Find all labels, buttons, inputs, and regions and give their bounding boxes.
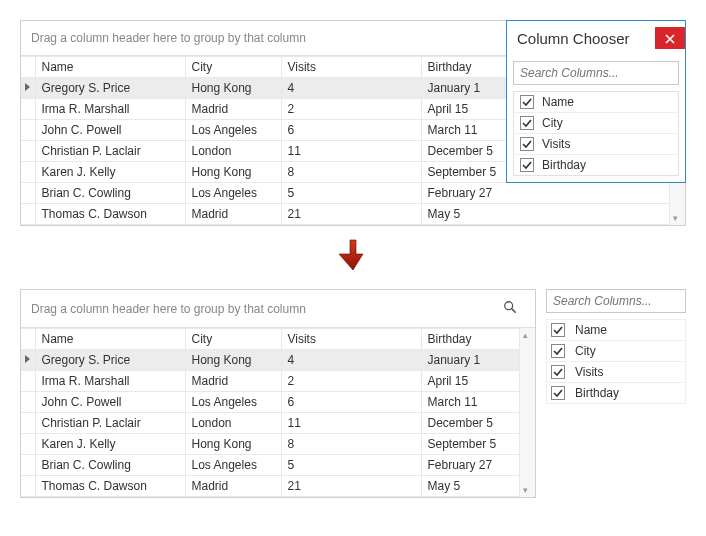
column-header-city[interactable]: City xyxy=(185,329,281,350)
cell-city[interactable]: Hong Kong xyxy=(185,162,281,183)
cell-visits[interactable]: 2 xyxy=(281,99,421,120)
cell-city[interactable]: Hong Kong xyxy=(185,78,281,99)
cell-visits[interactable]: 2 xyxy=(281,371,421,392)
svg-line-1 xyxy=(512,309,515,312)
cell-name[interactable]: Christian P. Laclair xyxy=(35,141,185,162)
cell-city[interactable]: Madrid xyxy=(185,476,281,497)
row-indicator xyxy=(21,350,35,371)
checkbox[interactable] xyxy=(551,344,565,358)
checkbox[interactable] xyxy=(551,365,565,379)
checkbox[interactable] xyxy=(520,95,534,109)
cell-city[interactable]: Madrid xyxy=(185,371,281,392)
column-chooser-item[interactable]: Name xyxy=(546,319,686,341)
checkbox[interactable] xyxy=(551,323,565,337)
scroll-down-icon[interactable]: ▾ xyxy=(523,485,528,495)
cell-visits[interactable]: 11 xyxy=(281,413,421,434)
column-chooser-item[interactable]: Birthday xyxy=(514,155,678,175)
cell-name[interactable]: Irma R. Marshall xyxy=(35,99,185,120)
transition-arrow-icon xyxy=(20,238,686,275)
cell-city[interactable]: Hong Kong xyxy=(185,434,281,455)
table-row[interactable]: Brian C. CowlingLos Angeles5February 27 xyxy=(21,455,519,476)
cell-name[interactable]: Christian P. Laclair xyxy=(35,413,185,434)
column-header-birthday[interactable]: Birthday xyxy=(421,329,519,350)
vertical-scrollbar[interactable]: ▴ ▾ xyxy=(519,328,535,497)
column-chooser-item-label: Birthday xyxy=(575,386,619,400)
cell-birthday[interactable]: December 5 xyxy=(421,413,519,434)
cell-birthday[interactable]: March 11 xyxy=(421,392,519,413)
cell-city[interactable]: Madrid xyxy=(185,204,281,225)
column-chooser-item[interactable]: Visits xyxy=(546,361,686,383)
cell-name[interactable]: Gregory S. Price xyxy=(35,78,185,99)
cell-birthday[interactable]: February 27 xyxy=(421,183,669,204)
cell-visits[interactable]: 4 xyxy=(281,78,421,99)
table-row[interactable]: Christian P. LaclairLondon11December 5 xyxy=(21,413,519,434)
column-header-name[interactable]: Name xyxy=(35,57,185,78)
column-chooser-item-label: Name xyxy=(542,95,574,109)
cell-visits[interactable]: 21 xyxy=(281,204,421,225)
column-header-city[interactable]: City xyxy=(185,57,281,78)
checkbox[interactable] xyxy=(520,137,534,151)
checkbox[interactable] xyxy=(520,158,534,172)
cell-name[interactable]: Karen J. Kelly xyxy=(35,434,185,455)
column-chooser-item[interactable]: City xyxy=(546,340,686,362)
column-header-visits[interactable]: Visits xyxy=(281,329,421,350)
cell-name[interactable]: Brian C. Cowling xyxy=(35,455,185,476)
close-button[interactable] xyxy=(655,27,685,49)
cell-city[interactable]: Los Angeles xyxy=(185,392,281,413)
cell-city[interactable]: Hong Kong xyxy=(185,350,281,371)
cell-visits[interactable]: 5 xyxy=(281,455,421,476)
cell-visits[interactable]: 6 xyxy=(281,392,421,413)
cell-name[interactable]: Karen J. Kelly xyxy=(35,162,185,183)
group-panel[interactable]: Drag a column header here to group by th… xyxy=(21,290,535,328)
cell-birthday[interactable]: January 1 xyxy=(421,350,519,371)
cell-name[interactable]: Irma R. Marshall xyxy=(35,371,185,392)
cell-birthday[interactable]: February 27 xyxy=(421,455,519,476)
table-row[interactable]: John C. PowellLos Angeles6March 11 xyxy=(21,392,519,413)
row-indicator xyxy=(21,455,35,476)
cell-city[interactable]: London xyxy=(185,141,281,162)
cell-visits[interactable]: 6 xyxy=(281,120,421,141)
cell-birthday[interactable]: April 15 xyxy=(421,371,519,392)
cell-name[interactable]: John C. Powell xyxy=(35,392,185,413)
cell-name[interactable]: Brian C. Cowling xyxy=(35,183,185,204)
column-header-visits[interactable]: Visits xyxy=(281,57,421,78)
column-chooser-item[interactable]: City xyxy=(514,113,678,134)
cell-name[interactable]: Thomas C. Dawson xyxy=(35,476,185,497)
search-icon[interactable] xyxy=(503,300,525,317)
checkbox[interactable] xyxy=(551,386,565,400)
cell-visits[interactable]: 21 xyxy=(281,476,421,497)
checkbox[interactable] xyxy=(520,116,534,130)
scroll-up-icon[interactable]: ▴ xyxy=(523,330,528,340)
table-row[interactable]: Brian C. CowlingLos Angeles5February 27 xyxy=(21,183,669,204)
cell-city[interactable]: London xyxy=(185,413,281,434)
cell-visits[interactable]: 5 xyxy=(281,183,421,204)
table-row[interactable]: Karen J. KellyHong Kong8September 5 xyxy=(21,434,519,455)
table-row[interactable]: Thomas C. DawsonMadrid21May 5 xyxy=(21,476,519,497)
cell-city[interactable]: Los Angeles xyxy=(185,455,281,476)
cell-name[interactable]: Gregory S. Price xyxy=(35,350,185,371)
column-chooser-item[interactable]: Visits xyxy=(514,134,678,155)
cell-visits[interactable]: 4 xyxy=(281,350,421,371)
scroll-down-icon[interactable]: ▾ xyxy=(673,213,678,223)
cell-birthday[interactable]: May 5 xyxy=(421,204,669,225)
cell-visits[interactable]: 11 xyxy=(281,141,421,162)
column-header-name[interactable]: Name xyxy=(35,329,185,350)
cell-city[interactable]: Los Angeles xyxy=(185,120,281,141)
cell-city[interactable]: Madrid xyxy=(185,99,281,120)
column-chooser-item[interactable]: Name xyxy=(514,92,678,113)
cell-birthday[interactable]: May 5 xyxy=(421,476,519,497)
cell-visits[interactable]: 8 xyxy=(281,434,421,455)
data-grid-top: Drag a column header here to group by th… xyxy=(20,20,686,226)
table-row[interactable]: Thomas C. DawsonMadrid21May 5 xyxy=(21,204,669,225)
cell-name[interactable]: John C. Powell xyxy=(35,120,185,141)
table-row[interactable]: Gregory S. PriceHong Kong4January 1 xyxy=(21,350,519,371)
column-chooser-search-input[interactable] xyxy=(513,61,679,85)
column-chooser-item[interactable]: Birthday xyxy=(546,382,686,404)
column-chooser-header[interactable]: Column Chooser xyxy=(507,21,685,55)
cell-city[interactable]: Los Angeles xyxy=(185,183,281,204)
cell-birthday[interactable]: September 5 xyxy=(421,434,519,455)
column-chooser-search-input[interactable] xyxy=(546,289,686,313)
cell-visits[interactable]: 8 xyxy=(281,162,421,183)
table-row[interactable]: Irma R. MarshallMadrid2April 15 xyxy=(21,371,519,392)
cell-name[interactable]: Thomas C. Dawson xyxy=(35,204,185,225)
